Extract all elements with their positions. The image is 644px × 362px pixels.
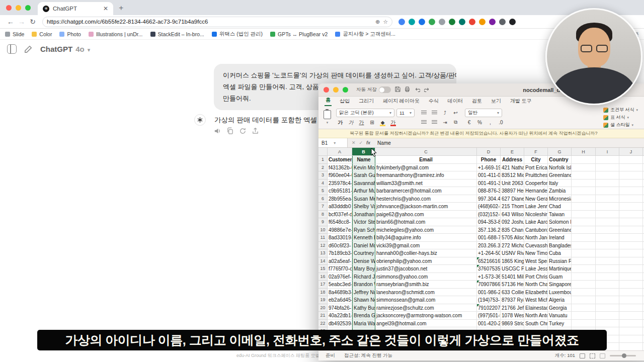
cell-I12[interactable]	[596, 242, 619, 250]
indent-button[interactable]: ⇥	[441, 118, 449, 126]
cell-B17[interactable]: Brandon W	[352, 281, 375, 289]
cell-G22[interactable]: Turkey	[548, 320, 572, 328]
cell-J7[interactable]	[619, 203, 643, 211]
cell-A21[interactable]: 40a22db1-	[328, 312, 352, 320]
cell-H14[interactable]	[572, 257, 596, 265]
cell-B4[interactable]: Savannah	[352, 179, 375, 188]
cell-A18[interactable]: 8a4689b3-	[328, 289, 352, 297]
cell-C21[interactable]: jacksoncorey@armstrong-watson.com	[375, 312, 477, 320]
cell-H8[interactable]	[572, 211, 596, 219]
cell-B22[interactable]: Maria Wag	[352, 320, 375, 328]
cell-F14[interactable]: West Sper	[524, 257, 548, 265]
cell-J6[interactable]	[619, 195, 643, 203]
cell-J1[interactable]	[619, 156, 643, 164]
cell-B8[interactable]: Jonathan S	[352, 211, 375, 219]
bookmark-item[interactable]: Illustrations | unDr...	[89, 31, 143, 38]
cell-D12[interactable]: 203.266.39	[477, 242, 501, 250]
cell-H18[interactable]	[572, 289, 596, 297]
bookmark-item[interactable]: 공지사항 > 고객센터...	[335, 31, 395, 38]
cell-H4[interactable]	[572, 179, 596, 188]
cell-A1[interactable]: CustomerID	[328, 156, 352, 164]
cell-H6[interactable]	[572, 195, 596, 203]
cell-J13[interactable]	[619, 249, 643, 257]
cell-H21[interactable]	[572, 312, 596, 320]
cell-I3[interactable]	[596, 171, 619, 179]
row-header-17[interactable]: 17	[318, 281, 328, 289]
cell-B3[interactable]: Sarah Gue	[352, 171, 375, 179]
extension-icon[interactable]	[489, 19, 496, 25]
autosave-toggle[interactable]	[379, 86, 391, 93]
column-header-E[interactable]: E	[501, 148, 524, 156]
row-header-18[interactable]: 18	[318, 289, 328, 297]
cell-J21[interactable]	[619, 312, 643, 320]
decimal-button[interactable]: .0	[497, 119, 505, 127]
cell-E8[interactable]: 643 Wilsor	[501, 211, 524, 219]
cell-J18[interactable]	[619, 289, 643, 297]
number-format-select[interactable]: 일반▾	[465, 109, 502, 117]
extension-icon[interactable]	[479, 19, 486, 25]
extension-icon[interactable]	[449, 19, 455, 25]
browser-tab-chatgpt[interactable]: ✳ ChatGPT ✕	[38, 2, 113, 15]
ribbon-tab-페이지 레이아웃[interactable]: 페이지 레이아웃	[382, 97, 421, 106]
extension-icon[interactable]	[499, 19, 506, 25]
column-header-G[interactable]: G	[548, 148, 572, 156]
cell-E1[interactable]: Address	[501, 156, 524, 164]
cell-E5[interactable]: 38897 Hen	[501, 187, 524, 195]
cell-B9[interactable]: Victor Stev	[352, 218, 375, 226]
name-box[interactable]: B1 ▾	[318, 138, 348, 147]
cell-C4[interactable]: william33@smith.net	[375, 179, 477, 188]
cell-C8[interactable]: paige62@yahoo.com	[375, 211, 477, 219]
cell-A10[interactable]: 49886e7e-	[328, 226, 352, 234]
cell-E10[interactable]: 835 Chan	[501, 226, 524, 234]
column-header-J[interactable]: J	[619, 148, 643, 156]
cell-C7[interactable]: johnvance@jackson-martin.com	[375, 203, 477, 211]
cell-J22[interactable]	[619, 320, 643, 328]
cell-F11[interactable]: North Jane	[524, 234, 548, 242]
row-header-19[interactable]: 19	[318, 296, 328, 304]
cell-A5[interactable]: c9b95181-	[328, 187, 352, 195]
cell-C12[interactable]: vicki39@gmail.com	[375, 242, 477, 250]
cell-G5[interactable]: Zambia	[548, 187, 572, 195]
cell-I13[interactable]	[596, 249, 619, 257]
comma-button[interactable]: ,	[486, 119, 495, 127]
cell-D2[interactable]: +1-669-19	[477, 164, 501, 172]
cell-D22[interactable]: 001-420-2	[477, 320, 501, 328]
cell-A4[interactable]: 235978c4-	[328, 179, 352, 188]
wrap-text-button[interactable]: ↩	[451, 109, 460, 117]
paste-button[interactable]	[324, 110, 331, 119]
cell-C19[interactable]: simmonssean@gmail.com	[375, 296, 477, 304]
cell-E11[interactable]: 5705 Aliso	[501, 234, 524, 242]
cell-G10[interactable]: Greenland	[548, 226, 572, 234]
row-header-21[interactable]: 21	[318, 312, 328, 320]
cell-A22[interactable]: db492539-	[328, 320, 352, 328]
column-header-D[interactable]: D	[477, 148, 501, 156]
cell-A19[interactable]: eb2a6d45-	[328, 296, 352, 304]
column-header-H[interactable]: H	[572, 148, 596, 156]
bookmark-item[interactable]: Slide	[5, 31, 24, 38]
cell-G17[interactable]: Singapore	[548, 281, 572, 289]
extension-icon[interactable]	[509, 19, 516, 25]
cell-I6[interactable]	[596, 195, 619, 203]
cell-F21[interactable]: North Anto	[524, 312, 548, 320]
cell-C2[interactable]: frykimberly@gmail.com	[375, 164, 477, 172]
extension-icon[interactable]	[439, 19, 445, 25]
back-button[interactable]: ←	[5, 18, 16, 26]
cell-B21[interactable]: Brenda Gr	[352, 312, 375, 320]
sidebar-toggle-icon[interactable]	[7, 44, 17, 54]
cell-H12[interactable]	[572, 242, 596, 250]
ribbon-tab-데이터[interactable]: 데이터	[447, 97, 464, 106]
style-button[interactable]: 조건부 서식▾	[603, 107, 638, 113]
cell-E20[interactable]: 21766 Jeffr	[501, 304, 524, 312]
cell-E18[interactable]: 633 Collier	[501, 289, 524, 297]
cell-D15[interactable]: 376075352	[477, 265, 501, 273]
row-header-20[interactable]: 20	[318, 304, 328, 312]
save-icon[interactable]	[395, 86, 400, 93]
cell-I16[interactable]	[596, 273, 619, 281]
row-header-22[interactable]: 22	[318, 320, 328, 328]
cell-B6[interactable]: Susan Mer	[352, 195, 375, 203]
cell-E15[interactable]: USCGC Pri	[501, 265, 524, 273]
cell-I2[interactable]	[596, 164, 619, 172]
ribbon-tab-수식[interactable]: 수식	[428, 97, 440, 106]
align-left-button[interactable]	[420, 118, 428, 126]
cell-G13[interactable]: Cuba	[548, 249, 572, 257]
